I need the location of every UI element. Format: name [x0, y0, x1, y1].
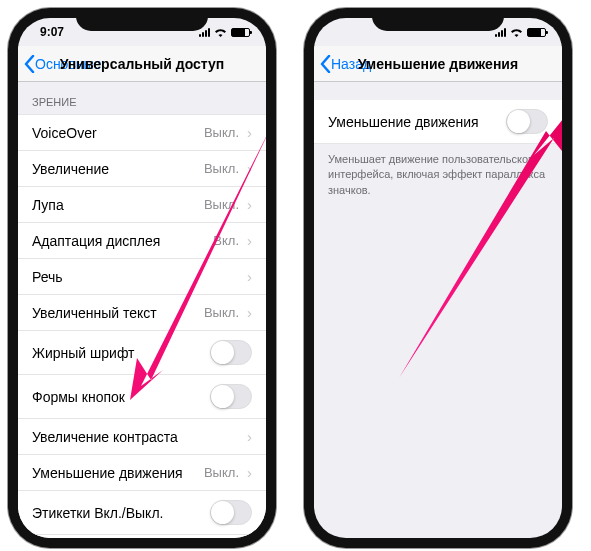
settings-row[interactable]: Face ID и внимание› [18, 535, 266, 538]
cell-label: Формы кнопок [32, 389, 210, 405]
battery-icon [231, 28, 250, 37]
status-icons [199, 28, 250, 37]
settings-row[interactable]: Адаптация дисплеяВкл.› [18, 223, 266, 259]
cell-label: Лупа [32, 197, 204, 213]
cell-value: Выкл. [204, 197, 243, 212]
cell-value: Вкл. [213, 233, 243, 248]
row-reduce-motion[interactable]: Уменьшение движения [314, 100, 562, 144]
chevron-right-icon: › [247, 196, 252, 213]
cell-label: VoiceOver [32, 125, 204, 141]
settings-row[interactable]: Речь› [18, 259, 266, 295]
cell-label: Адаптация дисплея [32, 233, 213, 249]
battery-icon [527, 28, 546, 37]
cell-label: Увеличение контраста [32, 429, 243, 445]
chevron-right-icon: › [247, 268, 252, 285]
back-label: Назад [331, 56, 371, 72]
settings-list[interactable]: Уменьшение движения Уменьшает движение п… [314, 82, 562, 538]
settings-row[interactable]: Формы кнопок [18, 375, 266, 419]
nav-bar: Основные Универсальный доступ [18, 46, 266, 82]
chevron-right-icon: › [247, 124, 252, 141]
cell-value: Выкл. [204, 465, 243, 480]
cell-label: Увеличенный текст [32, 305, 204, 321]
cell-label: Уменьшение движения [32, 465, 204, 481]
switch[interactable] [210, 340, 252, 365]
cell-value: Выкл. [204, 125, 243, 140]
section-header-vision: ЗРЕНИЕ [18, 82, 266, 114]
cell-label: Увеличение [32, 161, 204, 177]
time: 9:07 [40, 25, 64, 39]
nav-bar: Назад Уменьшение движения [314, 46, 562, 82]
settings-row[interactable]: УвеличениеВыкл.› [18, 151, 266, 187]
back-button[interactable]: Основные [24, 55, 101, 73]
chevron-right-icon: › [247, 232, 252, 249]
settings-row[interactable]: Увеличенный текстВыкл.› [18, 295, 266, 331]
settings-row[interactable]: Уменьшение движенияВыкл.› [18, 455, 266, 491]
chevron-right-icon: › [247, 304, 252, 321]
screen-right: Назад Уменьшение движения Уменьшение дви… [314, 18, 562, 538]
back-button[interactable]: Назад [320, 55, 371, 73]
footer-description: Уменьшает движение пользовательского инт… [314, 144, 562, 206]
wifi-icon [214, 28, 227, 37]
notch [76, 8, 208, 31]
chevron-right-icon: › [247, 160, 252, 177]
settings-list[interactable]: ЗРЕНИЕ VoiceOverВыкл.›УвеличениеВыкл.›Лу… [18, 82, 266, 538]
cell-value: Выкл. [204, 161, 243, 176]
cell-label: Жирный шрифт [32, 345, 210, 361]
switch[interactable] [210, 384, 252, 409]
cell-label: Речь [32, 269, 243, 285]
switch-reduce-motion[interactable] [506, 109, 548, 134]
screen-left: 9:07 Основные Универсальный доступ ЗРЕНИ… [18, 18, 266, 538]
chevron-left-icon [24, 55, 35, 73]
chevron-right-icon: › [247, 428, 252, 445]
cell-label: Уменьшение движения [328, 114, 506, 130]
time [336, 25, 339, 39]
chevron-left-icon [320, 55, 331, 73]
cell-value: Выкл. [204, 305, 243, 320]
settings-row[interactable]: Жирный шрифт [18, 331, 266, 375]
settings-row[interactable]: Этикетки Вкл./Выкл. [18, 491, 266, 535]
settings-row[interactable]: VoiceOverВыкл.› [18, 114, 266, 151]
settings-row[interactable]: Увеличение контраста› [18, 419, 266, 455]
settings-row[interactable]: ЛупаВыкл.› [18, 187, 266, 223]
phone-right: Назад Уменьшение движения Уменьшение дви… [304, 8, 572, 548]
status-icons [495, 28, 546, 37]
chevron-right-icon: › [247, 464, 252, 481]
back-label: Основные [35, 56, 101, 72]
phone-left: 9:07 Основные Универсальный доступ ЗРЕНИ… [8, 8, 276, 548]
switch[interactable] [210, 500, 252, 525]
cell-label: Этикетки Вкл./Выкл. [32, 505, 210, 521]
wifi-icon [510, 28, 523, 37]
notch [372, 8, 504, 31]
